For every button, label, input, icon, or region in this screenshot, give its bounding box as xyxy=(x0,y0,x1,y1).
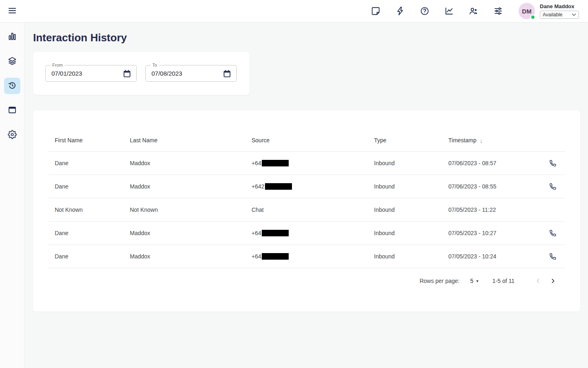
date-filter-card: From 07/01/2023 To 07/08/2023 xyxy=(33,52,249,95)
phone-icon[interactable] xyxy=(549,159,557,167)
help-icon[interactable] xyxy=(420,6,430,16)
cell-type: Inbound xyxy=(374,230,448,236)
rows-per-page-label: Rows per page: xyxy=(419,278,459,284)
cell-timestamp: 07/05/2023 - 10:27 xyxy=(448,230,549,236)
contacts-icon[interactable] xyxy=(469,6,479,16)
cell-source: +64 xyxy=(252,253,374,260)
cell-last-name: Maddox xyxy=(130,230,252,236)
cell-type: Inbound xyxy=(374,160,448,166)
calendar-icon[interactable] xyxy=(223,69,232,78)
table-row[interactable]: Dane Maddox +64 Inbound 07/05/2023 - 10:… xyxy=(49,245,565,268)
topbar: DM Dane Maddox Available xyxy=(0,0,588,22)
cell-first-name: Dane xyxy=(55,160,130,166)
note-icon[interactable] xyxy=(371,6,381,16)
calendar-icon[interactable] xyxy=(122,69,131,78)
user-name: Dane Maddox xyxy=(540,3,579,9)
sliders-icon[interactable] xyxy=(493,6,503,16)
cell-timestamp: 07/05/2023 - 11:22 xyxy=(448,206,549,213)
sidebar-item-queues[interactable] xyxy=(4,53,20,70)
source-text: +642 xyxy=(252,183,265,190)
table-row[interactable]: Dane Maddox +64 Inbound 07/06/2023 - 08:… xyxy=(49,152,565,175)
table-row[interactable]: Not Known Not Known Chat Inbound 07/05/2… xyxy=(49,198,565,222)
source-redaction xyxy=(262,253,289,260)
phone-icon[interactable] xyxy=(549,252,557,260)
cell-source: +642 xyxy=(252,183,374,190)
interactions-table-card: First Name Last Name Source Type Timesta… xyxy=(33,110,580,312)
column-header-first-name[interactable]: First Name xyxy=(55,137,130,144)
cell-source: Chat xyxy=(252,206,374,213)
source-redaction xyxy=(262,230,289,236)
hamburger-menu-button[interactable] xyxy=(7,6,17,16)
bar-chart-icon xyxy=(7,31,17,43)
from-date-value: 07/01/2023 xyxy=(51,65,82,81)
previous-page-button[interactable] xyxy=(532,275,544,287)
cell-type: Inbound xyxy=(374,253,448,260)
pagination: Rows per page: 5 ▾ 1-5 of 11 xyxy=(49,268,565,294)
cell-timestamp: 07/06/2023 - 08:55 xyxy=(448,183,549,190)
cell-type: Inbound xyxy=(374,183,448,190)
source-redaction xyxy=(262,160,289,166)
column-header-source[interactable]: Source xyxy=(252,137,374,144)
page-title: Interaction History xyxy=(33,31,588,44)
layers-icon xyxy=(7,56,17,67)
column-header-timestamp[interactable]: Timestamp ↓ xyxy=(448,137,549,144)
cell-source: +64 xyxy=(252,230,374,236)
cell-last-name: Maddox xyxy=(130,160,252,166)
to-date-value: 07/08/2023 xyxy=(151,65,182,81)
source-text: Chat xyxy=(252,206,264,213)
caret-down-icon: ▾ xyxy=(476,278,479,284)
user-info: Dane Maddox Available xyxy=(540,3,579,19)
phone-icon[interactable] xyxy=(549,229,557,237)
cell-last-name: Maddox xyxy=(130,253,252,260)
sidebar-item-browser[interactable] xyxy=(4,102,20,119)
sidebar-item-settings[interactable] xyxy=(4,127,20,143)
source-text: +64 xyxy=(252,160,261,166)
sidebar-item-dashboard[interactable] xyxy=(4,29,20,45)
cell-first-name: Dane xyxy=(55,253,130,260)
cell-first-name: Dane xyxy=(55,183,130,190)
column-header-last-name[interactable]: Last Name xyxy=(130,137,252,144)
from-date-field[interactable]: From 07/01/2023 xyxy=(45,65,137,82)
table-header-row: First Name Last Name Source Type Timesta… xyxy=(49,129,565,152)
source-text: +64 xyxy=(252,230,261,236)
gear-icon xyxy=(8,130,17,140)
table-body: Dane Maddox +64 Inbound 07/06/2023 - 08:… xyxy=(49,152,565,268)
to-date-field[interactable]: To 07/08/2023 xyxy=(145,65,237,82)
cell-first-name: Dane xyxy=(55,230,130,236)
phone-icon[interactable] xyxy=(549,182,557,191)
lightning-icon[interactable] xyxy=(395,6,405,16)
chevron-down-icon xyxy=(572,12,576,18)
cell-last-name: Not Known xyxy=(130,206,252,213)
window-icon xyxy=(7,105,17,116)
next-page-button[interactable] xyxy=(547,275,559,287)
presence-dot xyxy=(530,15,535,20)
table-row[interactable]: Dane Maddox +642 Inbound 07/06/2023 - 08… xyxy=(49,175,565,198)
topbar-actions: DM Dane Maddox Available xyxy=(356,3,588,19)
avatar[interactable]: DM xyxy=(519,3,535,19)
source-text: +64 xyxy=(252,253,261,260)
column-header-type[interactable]: Type xyxy=(374,137,448,144)
sidebar-item-history[interactable] xyxy=(4,78,20,94)
analytics-icon[interactable] xyxy=(444,6,454,16)
status-value: Available xyxy=(543,12,562,18)
status-select[interactable]: Available xyxy=(540,11,579,19)
avatar-initials: DM xyxy=(522,8,531,15)
source-redaction xyxy=(265,183,292,190)
cell-first-name: Not Known xyxy=(55,206,130,213)
cell-type: Inbound xyxy=(374,206,448,213)
sort-desc-icon[interactable]: ↓ xyxy=(480,137,483,144)
pagination-range: 1-5 of 11 xyxy=(492,278,514,284)
main-content: Interaction History From 07/01/2023 To 0… xyxy=(25,23,588,368)
cell-timestamp: 07/06/2023 - 08:57 xyxy=(448,160,549,166)
sidebar xyxy=(0,22,24,368)
cell-last-name: Maddox xyxy=(130,183,252,190)
cell-source: +64 xyxy=(252,160,374,166)
rows-per-page-select[interactable]: 5 ▾ xyxy=(470,278,478,284)
history-icon xyxy=(7,81,17,92)
table-row[interactable]: Dane Maddox +64 Inbound 07/05/2023 - 10:… xyxy=(49,222,565,245)
hamburger-icon xyxy=(7,6,17,17)
cell-timestamp: 07/05/2023 - 10:24 xyxy=(448,253,549,260)
